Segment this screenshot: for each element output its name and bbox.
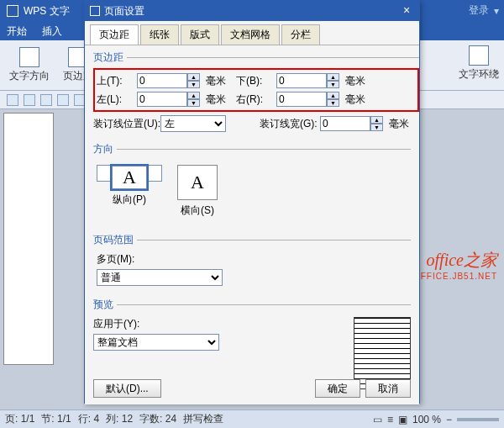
view-icon[interactable]: ▭	[373, 414, 382, 425]
down-icon[interactable]: ▼	[327, 81, 339, 88]
watermark: office之家 OFFICE.JB51.NET	[413, 249, 497, 281]
unit-label: 毫米	[204, 74, 236, 88]
up-icon[interactable]: ▲	[370, 116, 383, 124]
multipage-label: 多页(M):	[97, 252, 407, 267]
text-direction-button[interactable]: 文字方向	[8, 45, 50, 87]
close-icon[interactable]: ×	[399, 3, 414, 18]
margin-right-label: 右(R):	[236, 92, 276, 107]
status-page: 页: 1/1	[5, 412, 34, 426]
gutter-pos-label: 装订线位置(U):	[93, 117, 160, 131]
dialog-titlebar[interactable]: 页面设置 ×	[85, 1, 419, 21]
cancel-button[interactable]: 取消	[365, 379, 411, 398]
tab-doc-grid[interactable]: 文档网格	[221, 24, 280, 45]
up-icon[interactable]: ▲	[327, 73, 339, 81]
margin-left-input[interactable]	[137, 92, 187, 107]
document-page	[3, 113, 54, 365]
dialog-title: 页面设置	[104, 4, 144, 18]
portrait-icon: A	[112, 166, 147, 189]
status-spellcheck[interactable]: 拼写检查	[183, 412, 223, 426]
margin-top-input[interactable]	[137, 73, 187, 88]
tab-paper[interactable]: 纸张	[140, 24, 179, 45]
up-icon[interactable]: ▲	[327, 92, 339, 99]
zoom-slider[interactable]	[457, 418, 499, 421]
tab-margins[interactable]: 页边距	[90, 24, 139, 45]
margin-top-label: 上(T):	[97, 74, 137, 88]
qat-icon[interactable]	[57, 94, 69, 106]
margins-section: 页边距 上(T): ▲▼ 毫米 下(B): ▲▼ 毫米 左(L): ▲▼ 毫米 …	[93, 50, 419, 139]
down-icon[interactable]: ▼	[370, 124, 383, 131]
preview-legend: 预览	[93, 298, 117, 312]
gutter-width-label: 装订线宽(G):	[260, 117, 320, 131]
view-icon[interactable]: ≡	[387, 414, 393, 425]
status-col: 列: 12	[106, 412, 133, 426]
menu-insert[interactable]: 插入	[42, 24, 62, 39]
margin-bottom-spinner[interactable]: ▲▼	[276, 73, 342, 88]
landscape-icon: A	[177, 165, 218, 200]
menu-start[interactable]: 开始	[7, 24, 27, 39]
up-icon[interactable]: ▲	[187, 73, 200, 81]
margin-right-spinner[interactable]: ▲▼	[276, 92, 342, 107]
margin-left-label: 左(L):	[97, 92, 137, 107]
apply-to-label: 应用于(Y):	[93, 317, 219, 331]
qat-icon[interactable]	[7, 94, 18, 106]
page-setup-dialog: 页面设置 × 页边距 纸张 版式 文档网格 分栏 页边距 上(T): ▲▼ 毫米…	[84, 0, 420, 404]
watermark-url: OFFICE.JB51.NET	[413, 272, 497, 281]
gutter-width-input[interactable]	[320, 116, 370, 131]
margins-legend: 页边距	[93, 50, 127, 65]
margin-bottom-input[interactable]	[276, 73, 327, 88]
down-icon[interactable]: ▼	[187, 81, 200, 88]
view-icon[interactable]: ▣	[398, 414, 407, 425]
status-bar: 页: 1/1 节: 1/1 行: 4 列: 12 字数: 24 拼写检查 ▭ ≡…	[0, 410, 504, 428]
tab-layout[interactable]: 版式	[181, 24, 219, 45]
watermark-title: office之家	[413, 249, 497, 272]
text-direction-icon	[19, 47, 39, 67]
login-link[interactable]: 登录	[469, 3, 489, 18]
up-icon[interactable]: ▲	[187, 92, 200, 99]
ribbon-right: 文字环绕	[459, 42, 499, 84]
unit-label: 毫米	[344, 74, 375, 88]
gutter-width-spinner[interactable]: ▲▼	[320, 116, 386, 131]
page-range-section: 页码范围 多页(M): 普通	[93, 233, 411, 294]
text-wrap-button[interactable]: 文字环绕	[459, 42, 499, 84]
default-button[interactable]: 默认(D)...	[93, 379, 161, 398]
tab-columns[interactable]: 分栏	[281, 24, 320, 45]
orientation-landscape[interactable]: A 横向(S)	[177, 165, 218, 218]
margin-top-spinner[interactable]: ▲▼	[137, 73, 202, 88]
qat-icon[interactable]	[24, 94, 35, 106]
gutter-row: 装订线位置(U): 左 装订线宽(G): ▲▼ 毫米	[93, 115, 419, 132]
zoom-level[interactable]: 100 %	[412, 414, 441, 425]
orientation-section: 方向 A 纵向(P) A 横向(S)	[93, 142, 411, 230]
unit-label: 毫米	[344, 92, 375, 107]
down-icon[interactable]: ▼	[187, 99, 200, 107]
top-right-controls: 登录 ▾	[469, 3, 499, 18]
range-legend: 页码范围	[93, 233, 137, 247]
orientation-portrait[interactable]: A 纵向(P)	[97, 165, 162, 182]
wps-icon	[90, 6, 100, 16]
status-section: 节: 1/1	[41, 412, 71, 426]
margins-highlight-box: 上(T): ▲▼ 毫米 下(B): ▲▼ 毫米 左(L): ▲▼ 毫米 右(R)…	[93, 68, 419, 112]
unit-label: 毫米	[387, 117, 419, 131]
down-icon[interactable]: ▼	[327, 99, 339, 107]
apply-to-select[interactable]: 整篇文档	[93, 334, 219, 351]
text-wrap-icon	[469, 45, 489, 66]
ok-button[interactable]: 确定	[315, 379, 360, 398]
unit-label: 毫米	[204, 92, 236, 107]
wps-icon	[7, 5, 18, 17]
orientation-legend: 方向	[93, 142, 117, 156]
margin-bottom-label: 下(B):	[236, 74, 276, 88]
status-line: 行: 4	[78, 412, 99, 426]
margin-left-spinner[interactable]: ▲▼	[137, 92, 202, 107]
margin-right-input[interactable]	[276, 92, 327, 107]
chevron-down-icon[interactable]: ▾	[494, 5, 499, 17]
zoom-controls: ▭ ≡ ▣ 100 % −	[373, 414, 499, 425]
app-title: WPS 文字	[24, 4, 70, 18]
zoom-out-icon[interactable]: −	[446, 414, 452, 425]
status-words: 字数: 24	[139, 412, 176, 426]
dialog-footer: 默认(D)... 确定 取消	[93, 379, 411, 398]
multipage-select[interactable]: 普通	[97, 269, 223, 286]
dialog-tabs: 页边距 纸张 版式 文档网格 分栏	[85, 21, 419, 45]
qat-icon[interactable]	[40, 94, 52, 106]
gutter-pos-select[interactable]: 左	[160, 115, 226, 132]
dialog-body: 页边距 上(T): ▲▼ 毫米 下(B): ▲▼ 毫米 左(L): ▲▼ 毫米 …	[85, 45, 419, 404]
